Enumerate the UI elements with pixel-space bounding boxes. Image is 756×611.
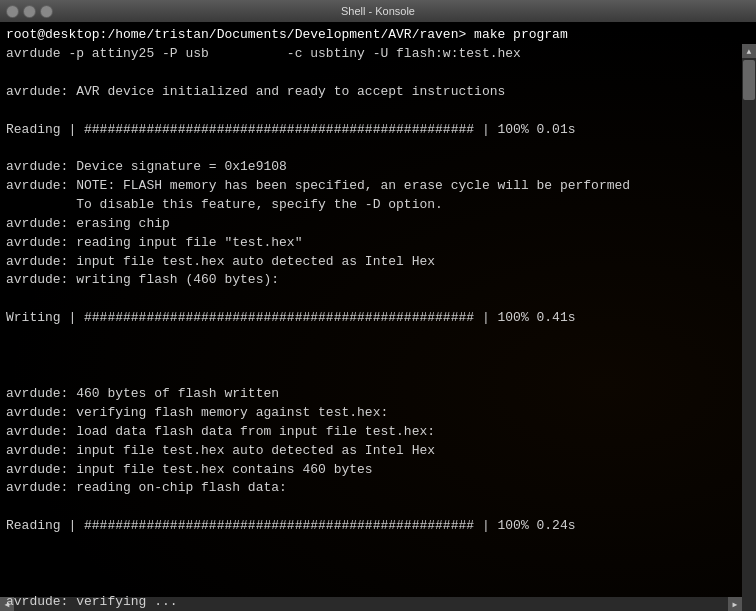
close-button[interactable] [6,5,19,18]
window-title: Shell - Konsole [341,5,415,17]
titlebar: Shell - Konsole [0,0,756,22]
terminal-line [6,498,750,517]
maximize-button[interactable] [40,5,53,18]
terminal-line: avrdude: AVR device initialized and read… [6,83,750,102]
terminal-line [6,328,750,347]
terminal-line [6,102,750,121]
terminal-line: avrdude: load data flash data from input… [6,423,750,442]
terminal-line [6,536,750,555]
terminal-line: Writing | ##############################… [6,309,750,328]
terminal-line: avrdude: 460 bytes of flash written [6,385,750,404]
terminal-line: avrdude: reading input file "test.hex" [6,234,750,253]
terminal-line [6,555,750,574]
terminal-line: avrdude: input file test.hex auto detect… [6,442,750,461]
terminal-output[interactable]: root@desktop:/home/tristan/Documents/Dev… [0,22,756,611]
terminal-window: Shell - Konsole root@desktop:/home/trist… [0,0,756,611]
terminal-line: avrdude: reading on-chip flash data: [6,479,750,498]
terminal-line: Reading | ##############################… [6,121,750,140]
terminal-line: To disable this feature, specify the -D … [6,196,750,215]
terminal-line [6,347,750,366]
terminal-line: avrdude: input file test.hex auto detect… [6,253,750,272]
terminal-line: avrdude: verifying flash memory against … [6,404,750,423]
terminal-line [6,64,750,83]
terminal-line [6,366,750,385]
terminal-line [6,139,750,158]
terminal-line: Reading | ##############################… [6,517,750,536]
terminal-line [6,290,750,309]
minimize-button[interactable] [23,5,36,18]
terminal-line: avrdude: Device signature = 0x1e9108 [6,158,750,177]
terminal-line: avrdude: input file test.hex contains 46… [6,461,750,480]
terminal-line: avrdude: writing flash (460 bytes): [6,271,750,290]
terminal-line: avrdude: NOTE: FLASH memory has been spe… [6,177,750,196]
terminal-line: avrdude: verifying ... [6,593,750,611]
terminal-line: root@desktop:/home/tristan/Documents/Dev… [6,26,750,45]
terminal-line: avrdude: erasing chip [6,215,750,234]
terminal-line [6,574,750,593]
terminal-line: avrdude -p attiny25 -P usb -c usbtiny -U… [6,45,750,64]
window-controls [6,5,53,18]
